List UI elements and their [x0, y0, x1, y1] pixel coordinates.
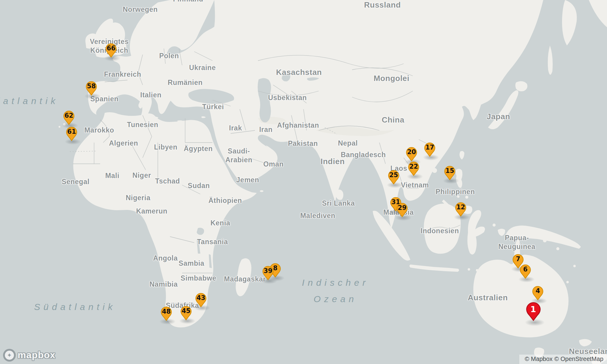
- mapbox-logo[interactable]: ✦ mapbox: [3, 349, 56, 362]
- marker-number: 4: [532, 287, 544, 295]
- marker-number: 12: [455, 204, 467, 211]
- map-canvas[interactable]: NorwegenFinnlandRusslandVereinigtesKönig…: [0, 0, 607, 364]
- marker-number: 22: [408, 163, 420, 170]
- map-marker[interactable]: 61: [66, 126, 78, 142]
- marker-number: 45: [180, 307, 192, 315]
- attribution-link[interactable]: © OpenStreetMap: [554, 356, 603, 362]
- marker-number: 58: [85, 83, 97, 90]
- marker-number: 15: [444, 167, 456, 174]
- marker-number: 6: [519, 266, 531, 273]
- map-marker[interactable]: 62: [63, 110, 75, 126]
- map-marker[interactable]: 48: [160, 306, 172, 322]
- map-marker[interactable]: 15: [444, 166, 456, 181]
- map-marker[interactable]: 4: [532, 286, 544, 301]
- marker-number: 43: [195, 294, 207, 302]
- mapbox-logo-icon: ✦: [3, 349, 16, 362]
- map-marker[interactable]: 20: [405, 147, 418, 162]
- map-marker[interactable]: 1: [525, 302, 541, 322]
- map-marker[interactable]: 6: [519, 264, 531, 279]
- marker-number: 39: [262, 267, 274, 275]
- marker-number: 20: [405, 148, 418, 156]
- map-marker[interactable]: 43: [195, 293, 207, 308]
- marker-number: 1: [525, 305, 541, 314]
- map-marker[interactable]: 45: [180, 306, 192, 321]
- mapbox-wordmark: mapbox: [18, 350, 56, 361]
- marker-number: 62: [63, 112, 75, 119]
- marker-number: 29: [396, 204, 408, 211]
- map-marker[interactable]: 25: [388, 170, 400, 185]
- attribution-link[interactable]: © Mapbox: [525, 356, 552, 362]
- map-marker[interactable]: 66: [105, 43, 117, 58]
- map-attribution: © Mapbox© OpenStreetMap: [519, 355, 607, 364]
- marker-number: 61: [66, 128, 78, 135]
- marker-number: 25: [388, 171, 400, 179]
- world-map-land: [0, 0, 607, 364]
- map-marker[interactable]: 39: [262, 266, 274, 281]
- marker-number: 7: [512, 255, 524, 263]
- map-marker[interactable]: 29: [396, 203, 408, 218]
- marker-number: 66: [105, 45, 117, 52]
- map-marker[interactable]: 22: [408, 161, 420, 177]
- marker-number: 17: [424, 144, 436, 151]
- map-marker[interactable]: 12: [455, 202, 467, 217]
- map-marker[interactable]: 58: [85, 81, 97, 96]
- map-marker[interactable]: 17: [424, 142, 436, 157]
- marker-number: 48: [160, 308, 172, 315]
